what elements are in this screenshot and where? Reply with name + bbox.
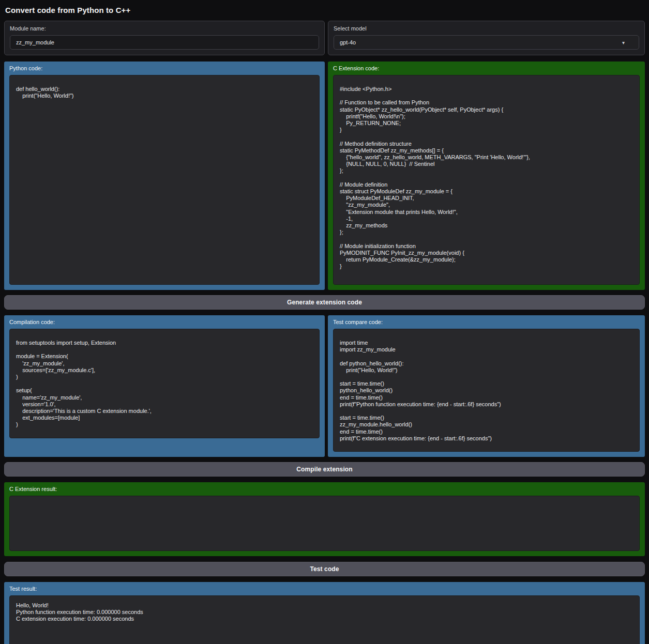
compilation-code-textarea[interactable]: from setuptools import setup, Extension … [9, 329, 320, 438]
app-root: Convert code from Python to C++ Module n… [0, 0, 649, 644]
c-extension-code-textarea[interactable]: #include <Python.h> // Function to be ca… [333, 75, 640, 285]
c-extension-result-textarea[interactable] [9, 496, 640, 551]
module-name-input[interactable] [10, 35, 319, 50]
test-compare-code-textarea[interactable]: import time import zz_my_module def pyth… [333, 329, 640, 452]
test-compare-code-panel: Test compare code: import time import zz… [328, 315, 645, 457]
test-code-button[interactable]: Test code [4, 562, 645, 576]
python-code-textarea[interactable]: def hello_world(): print("Hello, World!"… [9, 75, 320, 285]
chevron-down-icon: ▾ [622, 40, 625, 45]
module-name-group: Module name: [4, 21, 325, 55]
compile-extension-button[interactable]: Compile extension [4, 462, 645, 477]
compilation-code-panel: Compilation code: from setuptools import… [4, 315, 325, 457]
model-select-group: Select model gpt-4o ▾ [328, 21, 645, 55]
python-code-panel: Python code: def hello_world(): print("H… [4, 62, 325, 290]
page-title: Convert code from Python to C++ [4, 0, 645, 21]
c-extension-result-panel: C Extension result: [4, 482, 645, 556]
compilation-code-label: Compilation code: [9, 319, 320, 325]
c-extension-code-label: C Extension code: [333, 65, 640, 71]
model-select-label: Select model [334, 25, 639, 32]
test-compare-code-label: Test compare code: [333, 319, 640, 325]
model-select-value: gpt-4o [340, 39, 356, 45]
settings-row: Module name: Select model gpt-4o ▾ [4, 21, 645, 55]
c-extension-code-panel: C Extension code: #include <Python.h> //… [328, 62, 645, 290]
compile-test-row: Compilation code: from setuptools import… [4, 315, 645, 457]
python-code-label: Python code: [9, 65, 320, 71]
test-result-panel: Test result: Hello, World! Python functi… [4, 582, 645, 644]
module-name-label: Module name: [10, 25, 319, 32]
code-row: Python code: def hello_world(): print("H… [4, 62, 645, 290]
c-extension-result-label: C Extension result: [9, 486, 640, 492]
test-result-textarea[interactable]: Hello, World! Python function execution … [9, 595, 640, 644]
model-select[interactable]: gpt-4o ▾ [334, 35, 639, 50]
test-result-label: Test result: [9, 586, 640, 592]
generate-extension-code-button[interactable]: Generate extension code [4, 295, 645, 310]
